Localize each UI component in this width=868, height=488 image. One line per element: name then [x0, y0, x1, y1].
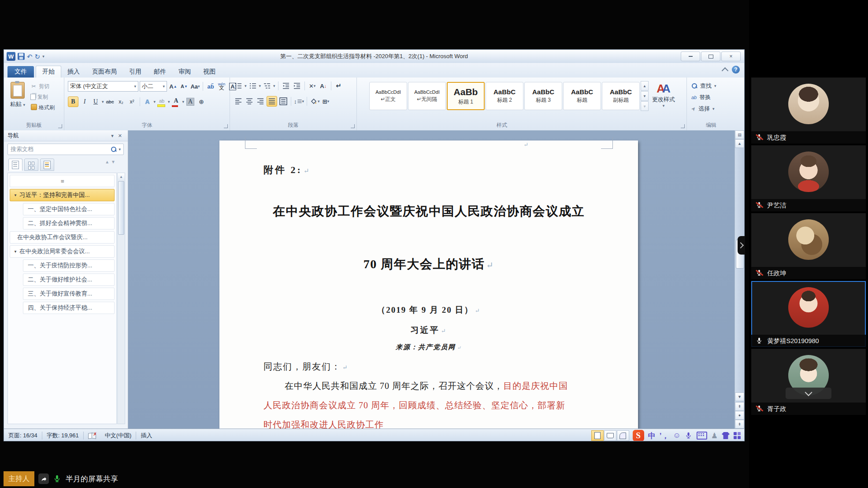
- browse-object-icon[interactable]: ●: [735, 411, 744, 420]
- toolbox-icon[interactable]: ♟: [711, 431, 718, 440]
- reading-view-icon[interactable]: [604, 430, 616, 441]
- font-name-combo[interactable]: 宋体 (中文正文 ▾: [68, 81, 138, 92]
- nav-tab-pages[interactable]: [24, 159, 38, 171]
- expand-caret-icon[interactable]: ▼: [14, 193, 18, 197]
- select-button[interactable]: ➤ 选择▾: [687, 103, 735, 115]
- shrink-font-button[interactable]: A▼: [179, 81, 189, 91]
- word-count[interactable]: 字数: 19,961: [42, 432, 83, 440]
- spellcheck-icon[interactable]: [84, 433, 100, 439]
- nav-scrollbar[interactable]: ▲: [117, 173, 125, 424]
- grow-font-button[interactable]: A▲: [168, 81, 178, 91]
- previous-page-icon[interactable]: ⇞: [735, 402, 744, 411]
- align-center-icon[interactable]: [245, 96, 254, 106]
- tab-mailings[interactable]: 邮件: [148, 66, 172, 78]
- cut-button[interactable]: ✂ 剪切: [30, 81, 55, 92]
- paste-button[interactable]: 粘贴 ▾: [7, 81, 29, 122]
- copy-button[interactable]: 复制: [30, 92, 55, 102]
- word-logo-icon[interactable]: W: [7, 52, 15, 61]
- numbering-icon[interactable]: [248, 81, 258, 91]
- style-normal[interactable]: AaBbCcDdI ↵正文: [369, 82, 407, 110]
- minimize-ribbon-icon[interactable]: [722, 67, 729, 74]
- nav-pane-options-icon[interactable]: ▾: [109, 133, 116, 139]
- web-layout-view-icon[interactable]: [617, 430, 629, 441]
- nav-item-selected[interactable]: ▼ 习近平：坚持和完善中国...: [10, 189, 115, 201]
- clipboard-dialog-launcher-icon[interactable]: [58, 124, 62, 128]
- style-heading2[interactable]: AaBbC 标题 2: [486, 82, 523, 110]
- bold-button[interactable]: B: [68, 96, 78, 107]
- keyboard-icon[interactable]: [697, 432, 707, 440]
- search-icon[interactable]: [111, 146, 117, 152]
- find-button[interactable]: 查找▾: [687, 80, 735, 92]
- document-page[interactable]: ↵ 附件 2: 在中央政协工作会议暨庆祝中国人民政治协商会议成立 70 周年大会…: [219, 140, 638, 429]
- style-no-spacing[interactable]: AaBbCcDdI ↵无间隔: [408, 82, 446, 110]
- distribute-icon[interactable]: [278, 96, 288, 106]
- enclose-characters-button[interactable]: ⊕: [197, 97, 206, 107]
- expand-caret-icon[interactable]: ▼: [14, 250, 18, 254]
- qat-customize-icon[interactable]: ▾: [42, 54, 45, 59]
- style-subtitle[interactable]: AaBbC 副标题: [602, 82, 640, 110]
- tab-review[interactable]: 审阅: [172, 66, 197, 78]
- redo-icon[interactable]: ↻: [35, 53, 41, 60]
- multilevel-list-icon[interactable]: [262, 81, 272, 91]
- collapse-tiles-chevron[interactable]: [786, 388, 831, 399]
- nav-tab-results[interactable]: [40, 159, 54, 171]
- nav-scroll-up-icon[interactable]: ▲: [118, 173, 125, 180]
- sort-icon[interactable]: A↓: [319, 81, 328, 91]
- subscript-button[interactable]: x₂: [116, 97, 126, 107]
- participant-tile[interactable]: 任政坤: [751, 213, 866, 279]
- insert-mode-indicator[interactable]: 插入: [136, 432, 156, 440]
- format-painter-button[interactable]: 格式刷: [30, 102, 55, 113]
- strikethrough-button[interactable]: abc: [105, 97, 115, 107]
- nav-item[interactable]: 一、关于疫情防控形势...: [23, 259, 115, 272]
- tab-insert[interactable]: 插入: [61, 66, 86, 78]
- scroll-down-icon[interactable]: ▼: [735, 392, 744, 401]
- replace-button[interactable]: ab 替换: [687, 92, 735, 103]
- punctuation-icon[interactable]: ’，: [660, 431, 669, 441]
- borders-icon[interactable]: ⊞▾: [321, 96, 331, 106]
- nav-item[interactable]: 在中央政协工作会议暨庆...: [10, 231, 115, 244]
- undo-icon[interactable]: ↶: [27, 53, 33, 60]
- nav-item[interactable]: 二、抓好全会精神贯彻...: [23, 217, 115, 229]
- search-document-input[interactable]: 搜索文档 ▾: [7, 144, 124, 155]
- phonetic-clear-icon[interactable]: ab̆: [206, 81, 215, 91]
- participant-tile[interactable]: 胥子政: [751, 349, 866, 415]
- increase-indent-icon[interactable]: [292, 81, 302, 91]
- change-case-button[interactable]: Aa▾: [190, 81, 200, 91]
- close-button[interactable]: ×: [721, 52, 741, 61]
- document-scrollbar[interactable]: ▤ ▲ ▼ ⇞ ● ⇟: [734, 130, 744, 429]
- nav-scroll-thumb[interactable]: [118, 181, 124, 235]
- ruler-toggle-icon[interactable]: ▤: [735, 130, 744, 139]
- tab-references[interactable]: 引用: [123, 66, 148, 78]
- voice-input-icon[interactable]: [685, 432, 693, 440]
- skin-icon[interactable]: [722, 432, 730, 439]
- sogou-logo-icon[interactable]: S: [633, 430, 644, 441]
- italic-button[interactable]: I: [80, 97, 89, 107]
- align-right-icon[interactable]: [256, 96, 265, 106]
- tab-home[interactable]: 开始: [36, 66, 61, 78]
- chinese-mode-icon[interactable]: 中: [648, 431, 656, 441]
- participant-tile-active-speaker[interactable]: 黄梦禧S20190980: [751, 281, 866, 347]
- underline-button[interactable]: U: [91, 97, 100, 107]
- shading-icon[interactable]: ▾: [310, 96, 320, 106]
- next-heading-icon[interactable]: ▼: [111, 159, 115, 164]
- participant-tile[interactable]: 巩忠霞: [751, 78, 866, 144]
- superscript-button[interactable]: x²: [127, 97, 137, 107]
- nav-item[interactable]: 四、关于保持经济平稳...: [23, 302, 115, 314]
- panel-collapse-handle[interactable]: [738, 236, 745, 255]
- tab-page-layout[interactable]: 页面布局: [86, 66, 123, 78]
- change-styles-button[interactable]: AA 更改样式 ▾: [645, 82, 682, 108]
- highlight-button[interactable]: ab: [157, 96, 167, 107]
- emoji-icon[interactable]: ☺: [673, 431, 680, 440]
- nav-item[interactable]: ≡: [10, 175, 115, 187]
- text-effects-button[interactable]: A: [143, 97, 152, 107]
- styles-dialog-launcher-icon[interactable]: [681, 124, 685, 128]
- font-size-combo[interactable]: 小二 ▾: [140, 81, 167, 92]
- style-heading3[interactable]: AaBbC 标题 3: [524, 82, 562, 110]
- help-icon[interactable]: ?: [732, 66, 740, 74]
- tab-file[interactable]: 文件: [7, 66, 34, 78]
- page-indicator[interactable]: 页面: 16/34: [4, 432, 42, 440]
- language-indicator[interactable]: 中文(中国): [100, 432, 136, 440]
- font-color-button[interactable]: A: [171, 96, 181, 107]
- participant-tile[interactable]: 尹艺洁: [751, 145, 866, 211]
- previous-heading-icon[interactable]: ▲: [105, 159, 109, 164]
